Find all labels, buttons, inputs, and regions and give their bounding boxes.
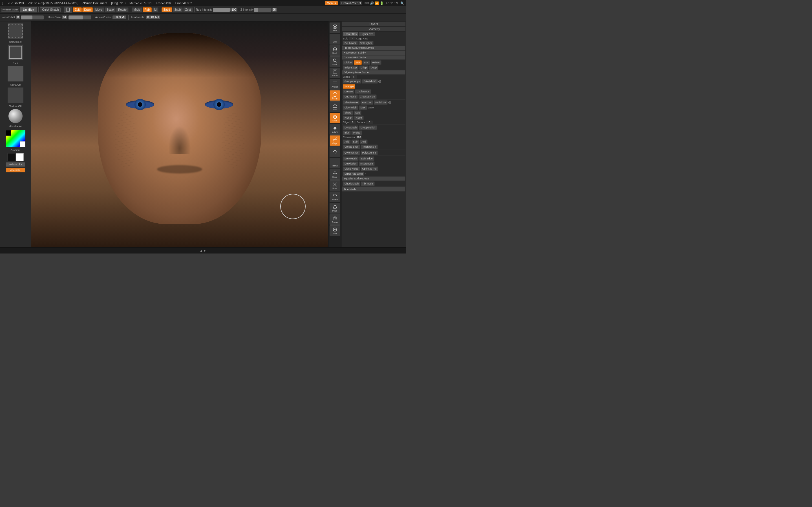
apple-logo-icon[interactable]:  bbox=[2, 1, 3, 5]
edit-mode-icon[interactable] bbox=[64, 6, 72, 13]
polyf-btn[interactable]: PolyF bbox=[329, 203, 340, 214]
soft-btn[interactable]: Soft bbox=[354, 110, 361, 115]
edge-val[interactable]: 0 bbox=[349, 121, 356, 124]
dynamesh-btn[interactable]: DynaMesh bbox=[343, 125, 358, 130]
rotate2-icon-btn[interactable]: Rotate bbox=[329, 191, 340, 202]
fibermesh-btn[interactable]: FiberMesh bbox=[342, 187, 405, 191]
edge-loop-btn[interactable]: Edge Loop bbox=[343, 65, 359, 70]
create-shell-btn[interactable]: Create Shell bbox=[343, 145, 360, 149]
crease-btn[interactable]: Crease bbox=[343, 89, 354, 94]
claypolish-btn[interactable]: ClayPolish bbox=[343, 105, 358, 110]
group-polish-btn[interactable]: Group Polish bbox=[359, 125, 377, 130]
alpha-swatch[interactable] bbox=[8, 66, 23, 82]
uncrease-btn[interactable]: UnCrease bbox=[343, 94, 358, 99]
texture-swatch[interactable] bbox=[8, 87, 23, 103]
menubar-defaultzscript[interactable]: DefaultZScript bbox=[340, 1, 363, 5]
max-btn[interactable]: Max bbox=[359, 105, 367, 110]
quick-sketch-btn[interactable]: Quick Sketch bbox=[40, 7, 61, 12]
groupsloops-btn[interactable]: GroupsLoops bbox=[343, 79, 361, 83]
rotate-btn[interactable]: Rotate bbox=[116, 7, 128, 12]
select-rect-swatch[interactable] bbox=[8, 23, 23, 39]
solo-btn[interactable]: Solo bbox=[329, 225, 340, 236]
convert-bpr-btn[interactable]: Convert BPR To Geo bbox=[342, 55, 405, 60]
rgb-intensity-val[interactable]: 100 bbox=[231, 8, 238, 11]
move-btn[interactable]: Move bbox=[93, 7, 104, 12]
sdiv-val[interactable]: 7 bbox=[349, 37, 356, 40]
del-lower-btn[interactable]: Del Lower bbox=[343, 41, 358, 45]
zoom-btn[interactable]: Zoom bbox=[329, 56, 340, 67]
polish-btn[interactable]: Polish 10 bbox=[374, 100, 388, 105]
gpolish-btn[interactable]: GPolish 50 bbox=[362, 79, 378, 83]
switch-color-btn[interactable]: SwitchColor bbox=[6, 162, 25, 167]
lower-res-btn[interactable]: Lower Res bbox=[343, 32, 358, 36]
close-holes-btn[interactable]: Close Holes bbox=[343, 166, 360, 171]
mrgb-btn[interactable]: Mrgb bbox=[132, 7, 142, 12]
crisp-btn[interactable]: Crisp bbox=[359, 65, 368, 70]
triangle-btn[interactable]: Triangle bbox=[343, 84, 355, 89]
relu-btn[interactable]: RelUV bbox=[371, 60, 382, 65]
focal-shift-slider[interactable] bbox=[21, 15, 44, 19]
draw-btn[interactable]: Draw bbox=[82, 7, 93, 12]
menubar-doc[interactable]: ZBrush Document bbox=[81, 1, 109, 5]
bpr-btn[interactable]: BPR bbox=[329, 22, 340, 33]
add-btn[interactable]: Add bbox=[343, 139, 351, 144]
fix-mesh-btn[interactable]: Fix Mesh bbox=[361, 181, 375, 186]
color-swatch-white[interactable] bbox=[16, 153, 24, 161]
material-swatch[interactable] bbox=[8, 109, 23, 123]
lsym-btn[interactable]: L.Sym bbox=[329, 124, 340, 135]
focal-shift-val[interactable]: 0 bbox=[16, 15, 20, 19]
rect-swatch[interactable] bbox=[8, 45, 23, 60]
thickness-btn[interactable]: Thickness 4 bbox=[361, 145, 378, 149]
deep-btn[interactable]: Deep bbox=[369, 65, 378, 70]
move-icon-btn[interactable]: Move bbox=[329, 169, 340, 180]
creaselv-btn[interactable]: CreaseLvl 15 bbox=[358, 94, 377, 99]
gxyz-btn[interactable]: GXyz bbox=[329, 135, 340, 146]
check-mesh-btn[interactable]: Check Mesh bbox=[343, 181, 360, 186]
optimize-poi-btn[interactable]: Optimize Poi bbox=[361, 166, 378, 171]
aahalf-btn[interactable]: AAHalf bbox=[329, 79, 340, 90]
menubar-search-icon[interactable]: 🔍 bbox=[400, 1, 404, 5]
suv-btn[interactable]: Suv bbox=[362, 60, 370, 65]
rgb-btn[interactable]: Rgb bbox=[143, 7, 152, 12]
mirror-weld-btn[interactable]: Mirror And Weld bbox=[343, 172, 364, 176]
smt-btn[interactable]: Smt bbox=[354, 60, 362, 65]
z-intensity-val[interactable]: 25 bbox=[271, 8, 277, 11]
floor-btn[interactable]: Floor bbox=[329, 101, 340, 112]
edgeloop-mask-btn[interactable]: Edgeloop Mask Border bbox=[342, 70, 405, 75]
scale-icon-btn[interactable]: Scale bbox=[329, 180, 340, 191]
lightbox-btn[interactable]: LightBox bbox=[20, 7, 37, 12]
polycount-btn[interactable]: PolyCount 5 bbox=[361, 151, 378, 155]
scroll-btn[interactable]: Scroll bbox=[329, 45, 340, 56]
and-btn[interactable]: And bbox=[360, 139, 368, 144]
menubar-menus-btn[interactable]: Menus bbox=[325, 1, 338, 5]
actual-btn[interactable]: Actual bbox=[329, 68, 340, 78]
higher-res-btn[interactable]: Higher Res bbox=[359, 32, 375, 36]
sub-btn[interactable]: Sub bbox=[351, 139, 359, 144]
reconstruct-subdiv-btn[interactable]: Reconstruct Subdiv bbox=[342, 50, 405, 55]
resolution-val[interactable]: 128 bbox=[356, 135, 362, 139]
sharp-btn[interactable]: Sharp bbox=[343, 110, 353, 115]
bottom-arrow-icon[interactable]: ▲▼ bbox=[200, 249, 206, 252]
m-btn[interactable]: M bbox=[152, 7, 158, 12]
del-higher-btn[interactable]: Del Higher bbox=[358, 41, 374, 45]
spin-edge-btn[interactable]: Spin Edge bbox=[359, 156, 374, 161]
res-btn[interactable]: Res 128 bbox=[360, 100, 373, 105]
freeze-subdiv-btn[interactable]: Freeze SubDivision Levels bbox=[342, 46, 405, 50]
zcut-btn[interactable]: Zcut bbox=[183, 7, 193, 12]
blur-btn[interactable]: Blur bbox=[343, 130, 351, 135]
projection-master-btn[interactable]: Projection Master bbox=[1, 8, 19, 12]
rotate-icon-btn[interactable] bbox=[329, 147, 340, 157]
delhidden-btn[interactable]: DelHidden bbox=[343, 161, 358, 166]
menubar-appname[interactable]: ZBrushOSX bbox=[6, 1, 26, 5]
spix-btn[interactable]: SPix bbox=[329, 34, 340, 45]
divide-btn[interactable]: Divide bbox=[343, 60, 353, 65]
project-btn[interactable]: Projec bbox=[351, 130, 362, 135]
zadd-btn[interactable]: Zadd bbox=[161, 7, 172, 12]
insertmesh-btn[interactable]: InsertMesh bbox=[359, 161, 375, 166]
qremesher-btn[interactable]: QRemesher bbox=[343, 151, 360, 155]
color-gradient-area[interactable] bbox=[6, 130, 26, 147]
equalize-surface-btn[interactable]: Equalize Surface Area bbox=[342, 176, 405, 181]
persp-btn[interactable]: Persp bbox=[329, 90, 340, 101]
color-swatch-black[interactable] bbox=[7, 153, 15, 161]
ctolerance-btn[interactable]: CTolerance bbox=[355, 89, 371, 94]
